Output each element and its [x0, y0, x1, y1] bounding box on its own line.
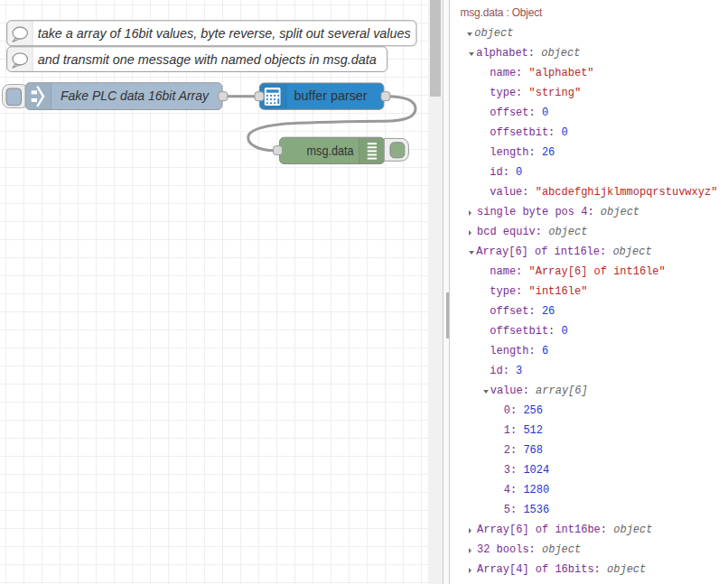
svg-text:and transmit one message with: and transmit one message with named obje…	[38, 52, 377, 67]
svg-text:buffer parser: buffer parser	[294, 88, 368, 103]
svg-text:take a array of 16bit values,: take a array of 16bit values, byte rever…	[38, 26, 411, 41]
svg-text:Fake PLC data 16bit Array: Fake PLC data 16bit Array	[61, 88, 210, 103]
svg-text:msg.data: msg.data	[307, 144, 354, 158]
